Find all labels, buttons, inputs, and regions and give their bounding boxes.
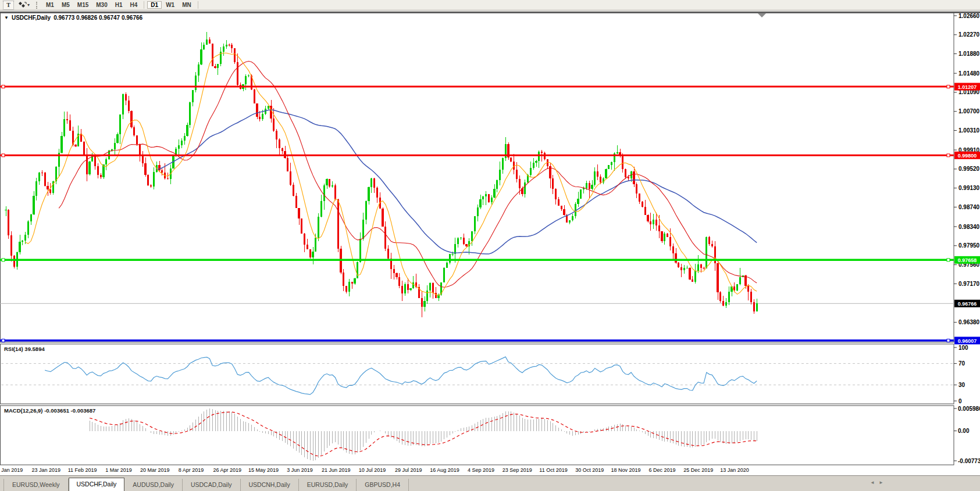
tab-scroll-arrows[interactable]: ◄► — [870, 480, 888, 485]
svg-text:1.01480: 1.01480 — [958, 70, 980, 77]
rsi-title: RSI(14) 39.5894 — [4, 346, 45, 352]
tab-audusd-daily[interactable]: AUDUSD,Daily — [124, 479, 183, 491]
objects-tool-button[interactable]: ▾ — [16, 1, 31, 9]
svg-text:1.01880: 1.01880 — [958, 51, 980, 57]
toolbar-separator — [198, 1, 198, 9]
svg-text:0.97658: 0.97658 — [958, 257, 977, 263]
svg-text:0.97170: 0.97170 — [958, 281, 980, 287]
svg-text:0.98340: 0.98340 — [958, 224, 980, 230]
diamond-arrows-icon — [17, 1, 27, 9]
hline-support-1[interactable]: 0.97658 — [0, 256, 980, 264]
ma-slow-line — [156, 110, 757, 254]
toolbar: T ▾ M1M5M15M30H1H4D1W1MN — [0, 0, 980, 10]
svg-text:0.005986: 0.005986 — [958, 406, 980, 412]
hline-resistance-1[interactable]: 1.01207 — [0, 83, 980, 91]
toolbar-separator — [144, 1, 144, 9]
tab-usdcad-daily[interactable]: USDCAD,Daily — [183, 479, 241, 491]
chart-title: ▼ USDCHF,Daily 0.96773 0.96826 0.96747 0… — [4, 15, 142, 21]
chart-shift-marker-icon[interactable] — [758, 13, 766, 17]
timeframe-button-d1[interactable]: D1 — [147, 1, 162, 9]
dropdown-caret-icon[interactable]: ▾ — [27, 2, 30, 8]
macd-axis: 0.0059860.00-0.007737 — [954, 406, 980, 464]
tab-usdcnh-daily[interactable]: USDCNH,Daily — [241, 479, 299, 491]
svg-text:0.99800: 0.99800 — [958, 153, 977, 159]
svg-text:100: 100 — [958, 345, 968, 351]
tab-gbpusd-h4[interactable]: GBPUSD,H4 — [357, 479, 409, 491]
tab-eurusd-daily[interactable]: EURUSD,Daily — [299, 479, 357, 491]
timeframe-button-m1[interactable]: M1 — [42, 1, 58, 9]
timeframe-button-h4[interactable]: H4 — [127, 1, 141, 9]
svg-text:0.96766: 0.96766 — [958, 301, 977, 307]
svg-text:4 Sep 2019: 4 Sep 2019 — [468, 467, 494, 473]
svg-text:13 Jan 2020: 13 Jan 2020 — [720, 467, 749, 473]
ohlc-label: 0.96773 0.96826 0.96747 0.96766 — [54, 15, 142, 21]
svg-text:0.99130: 0.99130 — [958, 185, 980, 191]
svg-text:15 May 2019: 15 May 2019 — [248, 467, 279, 473]
timeframe-button-m15[interactable]: M15 — [74, 1, 92, 9]
timeframe-button-m30[interactable]: M30 — [92, 1, 111, 9]
hline-resistance-2[interactable]: 0.99800 — [0, 152, 980, 159]
macd-signal-line — [90, 412, 757, 456]
svg-text:0.98740: 0.98740 — [958, 204, 980, 210]
timeframe-button-m5[interactable]: M5 — [58, 1, 73, 9]
tab-usdchf-daily[interactable]: USDCHF,Daily — [69, 478, 125, 491]
mt4-window: T ▾ M1M5M15M30H1H4D1W1MN 1.026601.022701… — [0, 0, 980, 491]
svg-text:8 Apr 2019: 8 Apr 2019 — [179, 467, 204, 473]
svg-text:6 Dec 2019: 6 Dec 2019 — [648, 467, 675, 473]
timeframe-button-h1[interactable]: H1 — [112, 1, 126, 9]
rsi-axis: 10070300 — [954, 345, 968, 404]
svg-text:30 Oct 2019: 30 Oct 2019 — [575, 467, 604, 473]
svg-text:3 Jun 2019: 3 Jun 2019 — [287, 467, 313, 473]
svg-text:21 Jun 2019: 21 Jun 2019 — [322, 467, 351, 473]
tab-scroll-left-icon[interactable]: ◄ — [870, 480, 879, 485]
svg-text:4 Jan 2019: 4 Jan 2019 — [0, 467, 23, 473]
text-tool-button[interactable]: T — [3, 1, 14, 10]
svg-text:0.99520: 0.99520 — [958, 166, 980, 172]
macd-title: MACD(12,26,9) -0.003651 -0.003687 — [4, 407, 95, 414]
candles — [5, 32, 757, 317]
tab-scroll-right-icon[interactable]: ► — [879, 480, 888, 485]
price-axis: 1.026601.022701.018801.014801.010901.007… — [954, 13, 980, 326]
timeframe-button-mn[interactable]: MN — [179, 1, 195, 9]
svg-text:11 Oct 2019: 11 Oct 2019 — [539, 467, 567, 473]
chart-canvas[interactable]: 1.026601.022701.018801.014801.010901.007… — [0, 10, 980, 475]
svg-text:1.01207: 1.01207 — [958, 84, 977, 90]
current-price-line: 0.96766 — [0, 300, 980, 307]
svg-text:23 Jan 2019: 23 Jan 2019 — [32, 467, 61, 473]
hline-support-2[interactable]: 0.96007 — [0, 337, 980, 345]
svg-text:30: 30 — [958, 382, 965, 388]
svg-text:1.02660: 1.02660 — [958, 13, 980, 19]
svg-text:-0.007737: -0.007737 — [958, 458, 980, 464]
svg-text:1.02270: 1.02270 — [958, 31, 980, 38]
svg-text:0.96380: 0.96380 — [958, 319, 980, 325]
tab-eurusd-weekly[interactable]: EURUSD,Weekly — [3, 479, 69, 491]
svg-text:18 Nov 2019: 18 Nov 2019 — [611, 467, 641, 473]
timeframe-button-w1[interactable]: W1 — [162, 1, 178, 9]
svg-text:1 Mar 2019: 1 Mar 2019 — [105, 467, 132, 473]
collapse-icon[interactable]: ▼ — [4, 15, 9, 20]
svg-text:70: 70 — [958, 360, 965, 367]
chart-tab-bar: EURUSD,WeeklyUSDCHF,DailyAUDUSD,DailyUSD… — [0, 475, 980, 491]
svg-text:1.00310: 1.00310 — [958, 127, 980, 134]
svg-text:25 Dec 2019: 25 Dec 2019 — [683, 467, 713, 473]
svg-text:20 Mar 2019: 20 Mar 2019 — [140, 467, 170, 473]
svg-text:29 Jul 2019: 29 Jul 2019 — [395, 467, 422, 473]
time-axis: 4 Jan 201923 Jan 201911 Feb 20191 Mar 20… — [0, 467, 749, 473]
symbol-label: USDCHF,Daily — [12, 15, 51, 21]
svg-text:1.00700: 1.00700 — [958, 108, 980, 114]
ma-medium-line — [59, 61, 757, 287]
toolbar-grip[interactable] — [36, 2, 38, 9]
svg-text:10 Jul 2019: 10 Jul 2019 — [359, 467, 386, 473]
svg-text:0.97950: 0.97950 — [958, 242, 980, 249]
svg-text:26 Apr 2019: 26 Apr 2019 — [213, 467, 242, 473]
svg-text:16 Aug 2019: 16 Aug 2019 — [430, 467, 459, 473]
rsi-levels — [1, 364, 953, 385]
svg-text:0: 0 — [958, 398, 962, 404]
svg-text:0.00: 0.00 — [958, 428, 970, 434]
svg-text:23 Sep 2019: 23 Sep 2019 — [503, 467, 532, 473]
svg-text:0.96007: 0.96007 — [958, 338, 977, 344]
rsi-line — [45, 357, 757, 395]
svg-text:11 Feb 2019: 11 Feb 2019 — [68, 467, 97, 473]
